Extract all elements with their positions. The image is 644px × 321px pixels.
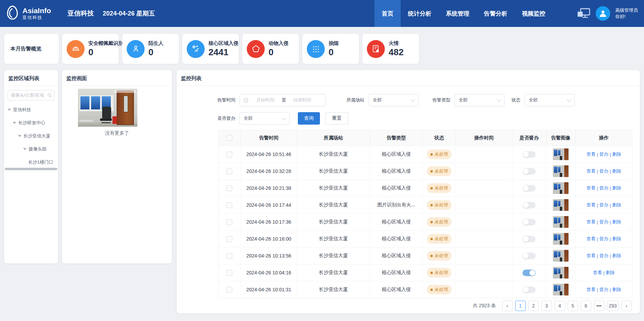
action-link-1[interactable]: 查看	[586, 253, 595, 259]
row-checkbox[interactable]	[226, 236, 232, 242]
action-link-2[interactable]: 督办	[599, 202, 608, 208]
supervise-toggle[interactable]	[523, 270, 536, 276]
action-link-1[interactable]: 查看	[593, 270, 602, 276]
alarm-image-thumbnail[interactable]	[553, 148, 569, 160]
alarm-image-thumbnail[interactable]	[553, 250, 569, 262]
header-checkbox[interactable]	[226, 135, 232, 141]
action-link-1[interactable]: 查看	[586, 236, 595, 242]
action-link-1[interactable]: 查看	[586, 185, 595, 191]
action-link-2[interactable]: 删除	[606, 270, 615, 276]
prev-page-button[interactable]: ‹	[502, 301, 513, 311]
page-button-4[interactable]: 4	[555, 301, 565, 311]
alarm-image-thumbnail[interactable]	[553, 199, 569, 211]
tree-node-1[interactable]: 亚信科技	[4, 103, 58, 116]
pagination: 共 2923 条 ‹123456•••293›	[473, 301, 632, 311]
supervise-toggle[interactable]	[523, 253, 536, 259]
table-header: 告警时间所属场站告警类型状态操作时间是否督办告警图像操作	[218, 130, 632, 146]
action-link-1[interactable]: 查看	[586, 202, 595, 208]
supervise-toggle[interactable]	[523, 202, 536, 208]
page-ellipsis[interactable]: •••	[594, 301, 604, 311]
supervise-toggle[interactable]	[523, 219, 536, 225]
reset-button[interactable]: 重置	[325, 112, 348, 125]
row-checkbox[interactable]	[226, 185, 232, 191]
row-checkbox[interactable]	[226, 219, 232, 225]
nav-item-5[interactable]: 视频监控	[515, 0, 553, 27]
caret-down-icon[interactable]	[23, 148, 27, 150]
caret-down-icon[interactable]	[13, 122, 16, 124]
alarm-image-thumbnail[interactable]	[553, 182, 569, 194]
row-checkbox[interactable]	[226, 202, 232, 208]
tree-node-2[interactable]: 长沙研发中心	[4, 116, 58, 129]
page-button-5[interactable]: 5	[568, 301, 578, 311]
action-link-1[interactable]: 查看	[586, 168, 595, 174]
tree-node-4[interactable]: 摄像头组	[4, 143, 58, 156]
alarm-image-thumbnail[interactable]	[553, 267, 569, 279]
supervise-toggle[interactable]	[523, 185, 536, 192]
action-link-1[interactable]: 查看	[586, 151, 595, 157]
alarm-image-thumbnail[interactable]	[553, 233, 569, 245]
status-dot-icon	[430, 255, 433, 257]
user-avatar[interactable]	[596, 6, 610, 21]
page-button-6[interactable]: 6	[581, 301, 591, 311]
row-checkbox[interactable]	[226, 253, 232, 259]
action-link-2[interactable]: 督办	[599, 168, 608, 174]
operate-time-cell	[456, 214, 513, 230]
page-button-2[interactable]: 2	[528, 301, 539, 311]
row-checkbox[interactable]	[226, 287, 232, 293]
row-checkbox[interactable]	[226, 270, 232, 276]
supervise-select[interactable]: 全部	[240, 112, 290, 125]
caret-down-icon[interactable]	[8, 109, 11, 111]
tree-node-3[interactable]: 长沙亚信大厦	[4, 129, 58, 143]
alarm-time-range-input[interactable]: 开始时间 至 结束时间	[240, 94, 326, 106]
alarm-image-thumbnail[interactable]	[553, 284, 569, 295]
supervise-toggle[interactable]	[523, 151, 536, 158]
action-link-3[interactable]: 删除	[612, 202, 621, 208]
page-button-293[interactable]: 293	[607, 301, 618, 311]
nav-item-2[interactable]: 统计分析	[401, 0, 439, 27]
action-link-3[interactable]: 删除	[612, 286, 621, 293]
station-select[interactable]: 全部	[369, 94, 419, 106]
supervise-toggle[interactable]	[523, 168, 536, 175]
nav-item-3[interactable]: 系统管理	[439, 0, 477, 27]
tree-node-5[interactable]: 长沙1楼门口	[4, 156, 58, 169]
company-name: 亚信科技	[68, 0, 94, 27]
action-link-2[interactable]: 督办	[599, 253, 608, 259]
action-link-2[interactable]: 督办	[599, 151, 608, 157]
stat-card-2: 陌生人0	[122, 34, 179, 64]
alarm-image-thumbnail[interactable]	[553, 165, 569, 177]
tree-horizontal-scrollbar[interactable]	[5, 168, 57, 170]
action-link-2[interactable]: 督办	[599, 236, 608, 242]
action-link-2[interactable]: 督办	[599, 286, 608, 293]
filter-row-1: 告警时间 开始时间 至 结束时间 所属场站 全部 告警类型 全部 状态 全部	[217, 94, 575, 106]
action-link-1[interactable]: 查看	[586, 286, 595, 293]
action-link-3[interactable]: 删除	[612, 236, 621, 242]
status-badge: 未处理	[427, 183, 451, 193]
supervise-toggle[interactable]	[523, 236, 536, 242]
action-link-3[interactable]: 删除	[612, 185, 621, 191]
type-select[interactable]: 全部	[455, 94, 505, 106]
operate-time-cell	[456, 281, 513, 298]
action-link-3[interactable]: 删除	[612, 168, 621, 174]
monitor-screens-icon[interactable]	[577, 8, 591, 19]
action-link-3[interactable]: 删除	[612, 253, 621, 259]
nav-item-1[interactable]: 首页	[374, 0, 401, 27]
alarm-image-thumbnail[interactable]	[553, 216, 569, 228]
page-button-3[interactable]: 3	[541, 301, 552, 311]
caret-down-icon[interactable]	[18, 135, 21, 137]
row-checkbox[interactable]	[226, 152, 232, 157]
search-button[interactable]: 查询	[298, 112, 320, 125]
nav-item-4[interactable]: 告警分析	[477, 0, 515, 27]
status-dot-icon	[430, 170, 433, 173]
camera-snapshot[interactable]	[78, 89, 137, 127]
row-checkbox[interactable]	[226, 168, 232, 174]
next-page-button[interactable]: ›	[621, 301, 632, 311]
action-link-2[interactable]: 督办	[599, 185, 608, 191]
page-button-1[interactable]: 1	[515, 301, 526, 311]
action-link-2[interactable]: 督办	[599, 219, 608, 225]
action-link-3[interactable]: 删除	[612, 151, 621, 157]
status-select[interactable]: 全部	[525, 94, 575, 106]
action-link-1[interactable]: 查看	[586, 219, 595, 225]
action-link-3[interactable]: 删除	[612, 219, 621, 225]
status-dot-icon	[430, 272, 433, 274]
supervise-toggle[interactable]	[523, 286, 536, 293]
